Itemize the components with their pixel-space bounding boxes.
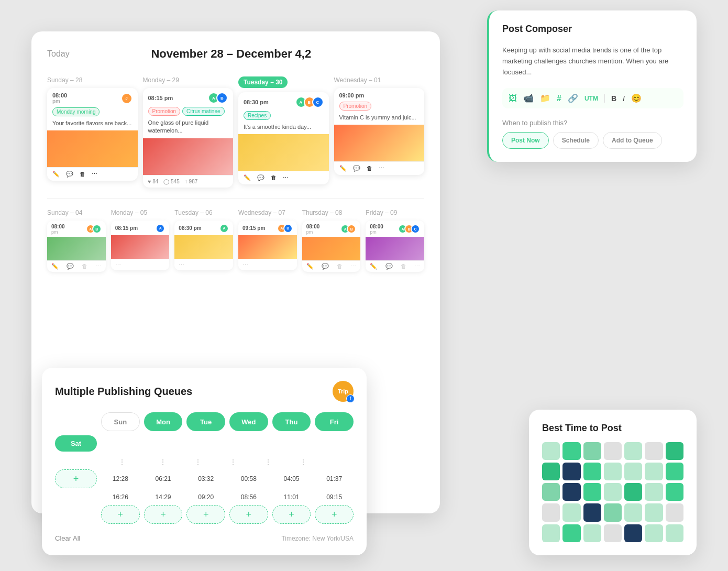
heat-cell	[562, 483, 580, 501]
day-col-sun28: Sunday – 28 08:00 pm J Monday morning Yo…	[47, 76, 138, 188]
post-text: Vitamin C is yummy and juic...	[334, 113, 425, 125]
action-icons[interactable]: ✏️ 💬 🗑 ⋯	[52, 171, 97, 178]
comment-icon[interactable]: 💬	[257, 174, 264, 181]
edit-icon[interactable]: ✏️	[339, 165, 347, 172]
queue-add-btn-sun[interactable]: +	[55, 469, 97, 488]
comment-icon[interactable]: 💬	[322, 263, 329, 270]
action-icons[interactable]: ✏️ 💬 🗑 ⋯	[244, 174, 289, 181]
clear-all-button[interactable]: Clear All	[55, 534, 80, 542]
tag: Promotion	[148, 107, 181, 116]
day-fri-btn[interactable]: Fri	[315, 412, 354, 431]
more-icon[interactable]: ⋯	[92, 171, 97, 178]
more-icon[interactable]: ⋯	[96, 263, 102, 270]
edit-icon[interactable]: ✏️	[244, 174, 251, 181]
delete-icon[interactable]: 🗑	[82, 263, 87, 269]
edit-icon[interactable]: ✏️	[370, 263, 377, 270]
add-time-mon[interactable]: +	[101, 505, 140, 524]
heat-cell	[583, 463, 601, 480]
week2-row: Sunday – 04 08:00 pm A B ✏️ 💬 🗑	[47, 209, 424, 272]
more-icon[interactable]: ⋯	[179, 261, 184, 268]
day-col-fri09: Friday – 09 08:00 pm A B C ✏️ 💬	[366, 209, 424, 272]
day-thu-btn[interactable]: Thu	[272, 412, 311, 431]
post-time: 08:00	[370, 224, 383, 229]
add-time-thu[interactable]: +	[229, 505, 268, 524]
more-icon[interactable]: ⋯	[242, 261, 248, 268]
avatars: A	[156, 224, 165, 233]
link-icon[interactable]: 🔗	[568, 93, 578, 103]
heat-cell	[542, 442, 560, 460]
queue-time-thu-2: 08:56	[229, 493, 268, 501]
add-time-wed[interactable]: +	[186, 505, 225, 524]
queue-time-fri-2: 11:01	[272, 493, 311, 501]
card-actions: ♥ 84 ◯ 545 ↑ 987	[143, 175, 234, 188]
week-divider	[47, 198, 424, 199]
avatar: B	[216, 92, 228, 104]
delete-icon[interactable]: 🗑	[80, 171, 85, 178]
folder-icon[interactable]: 📁	[540, 93, 550, 103]
post-card-header: 09:00 pm	[334, 88, 425, 101]
comment-icon[interactable]: 💬	[353, 165, 360, 172]
delete-icon[interactable]: 🗑	[271, 174, 277, 181]
edit-icon[interactable]: ✏️	[306, 263, 314, 270]
emoji-icon[interactable]: 😊	[631, 93, 642, 103]
image-icon[interactable]: 🖼	[509, 94, 517, 103]
day-tue-btn[interactable]: Tue	[186, 412, 225, 431]
more-icon[interactable]: ⋯	[283, 174, 289, 181]
add-to-queue-btn[interactable]: Add to Queue	[603, 132, 662, 149]
comment-icon[interactable]: 💬	[385, 263, 393, 270]
more-icon[interactable]: ⋯	[379, 165, 384, 172]
comment-icon[interactable]: 💬	[66, 171, 73, 178]
queue-times-row2: 16:26 14:29 09:20 08:56 11:01 09:15	[55, 493, 354, 501]
today-button[interactable]: Today	[47, 49, 70, 59]
comment-icon[interactable]: 💬	[67, 263, 74, 270]
day-sat-btn[interactable]: Sat	[55, 435, 97, 452]
dots-tue: ⋮	[147, 458, 178, 466]
avatars: A B	[208, 92, 228, 104]
tag: Promotion	[339, 102, 372, 111]
day-mon-btn[interactable]: Mon	[144, 412, 183, 431]
add-time-fri[interactable]: +	[272, 505, 311, 524]
queue-time-sat-1: 01:37	[315, 475, 354, 482]
heat-cell	[542, 463, 560, 480]
bold-icon[interactable]: B	[611, 94, 616, 103]
post-card-header: 09:15 pm A B	[238, 221, 297, 235]
video-icon[interactable]: 📹	[523, 93, 534, 103]
day-label-thu08: Thursday – 08	[302, 209, 361, 216]
post-card-tue30: 08:30 pm A B C Recipes It's a smoothie k…	[238, 92, 329, 184]
queue-time-sat-2: 09:15	[315, 493, 354, 501]
post-card-header: 08:30 pm A	[174, 221, 233, 235]
add-time-sat[interactable]: +	[315, 505, 354, 524]
post-now-btn[interactable]: Post Now	[502, 132, 549, 149]
tag: Citrus matinee	[182, 107, 224, 116]
queue-time-tue-1: 06:21	[144, 475, 183, 482]
post-card-header: 08:30 pm A B C	[238, 92, 329, 110]
action-icons[interactable]: ✏️ 💬 🗑 ⋯	[339, 165, 384, 172]
hashtag-icon[interactable]: #	[557, 94, 561, 103]
card-actions: ✏️ 💬 🗑 ⋯	[334, 161, 425, 175]
heat-cell	[542, 524, 560, 542]
edit-icon[interactable]: ✏️	[51, 263, 59, 270]
heat-cell	[542, 503, 560, 521]
heat-cell	[666, 503, 683, 521]
post-image	[238, 134, 329, 171]
heat-cell	[604, 463, 622, 480]
queue-panel: Multiple Publishing Queues Trip f Sun Mo…	[42, 368, 367, 555]
heat-cell	[624, 483, 642, 501]
day-wed-btn[interactable]: Wed	[229, 412, 268, 431]
delete-icon[interactable]: 🗑	[367, 165, 372, 172]
add-time-tue[interactable]: +	[144, 505, 183, 524]
avatars: A	[219, 224, 229, 233]
delete-icon[interactable]: 🗑	[401, 263, 406, 269]
day-sun-btn[interactable]: Sun	[101, 412, 140, 431]
avatar: B	[283, 224, 293, 233]
more-icon[interactable]: ⋯	[414, 263, 420, 270]
schedule-btn[interactable]: Schedule	[553, 132, 599, 149]
italic-icon[interactable]: I	[623, 94, 625, 103]
avatars: A B	[340, 224, 356, 234]
utm-label[interactable]: UTM	[584, 95, 598, 102]
delete-icon[interactable]: 🗑	[337, 263, 343, 269]
more-icon[interactable]: ⋯	[115, 261, 121, 268]
more-icon[interactable]: ⋯	[350, 263, 356, 270]
day-col-wed01: Wednesday – 01 09:00 pm Promotion Vitami…	[334, 76, 425, 188]
edit-icon[interactable]: ✏️	[52, 171, 60, 178]
